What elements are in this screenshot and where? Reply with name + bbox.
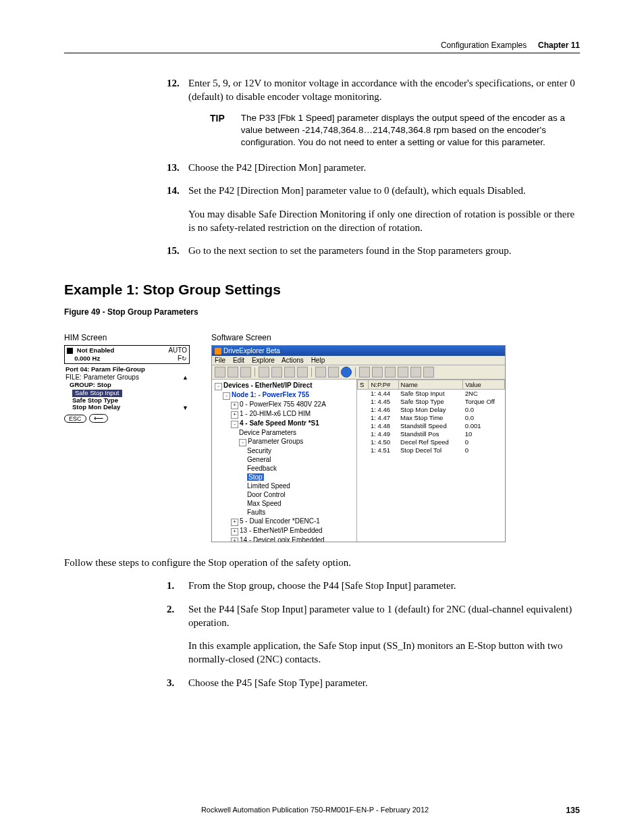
him-status-box: Not Enabled 0.000 Hz AUTO F [64,345,190,364]
tree-pg-max-speed[interactable]: Max Speed [247,499,355,508]
toolbar-icon[interactable] [227,367,238,377]
tree-dev-0[interactable]: 0 - PowerFlex 755 480V 22A [240,400,326,408]
screens-row: HIM Screen Not Enabled 0.000 Hz AUTO F [64,333,580,542]
expand-icon[interactable]: + [231,519,238,526]
col-value[interactable]: Value [463,380,505,390]
toolbar-sep [254,367,255,377]
toolbar-icon[interactable] [328,367,339,377]
toolbar-icon[interactable] [410,367,421,377]
follow-text: Follow these steps to configure the Stop… [64,557,580,569]
toolbar-icon[interactable] [423,367,434,377]
tree-pg-limited-speed[interactable]: Limited Speed [247,481,355,490]
him-lines: Port 04: Param File-Group FILE: Paramete… [64,366,190,412]
col-s[interactable]: S [358,380,369,390]
toolbar-icon[interactable] [240,367,251,377]
toolbar-icon[interactable] [284,367,295,377]
toolbar-icon[interactable] [315,367,326,377]
menu-file[interactable]: File [215,357,225,364]
tree-root[interactable]: Devices - EtherNet/IP Direct [223,382,313,389]
step-number: 2. [167,602,174,616]
menu-help[interactable]: Help [311,357,325,364]
toolbar-sep [311,367,312,377]
device-tree[interactable]: -Devices - EtherNet/IP Direct -Node 1: -… [212,380,357,542]
col-np[interactable]: N:P.P# [369,380,398,390]
toolbar-icon[interactable] [297,367,308,377]
toolbar-icon[interactable] [398,367,408,377]
tree-pg-general[interactable]: General [247,455,355,464]
menu-actions[interactable]: Actions [281,357,304,364]
step-2: 2. Set the P44 [Safe Stop Input] paramet… [167,602,580,667]
collapse-icon[interactable]: - [223,392,230,400]
step-text: Choose the P42 [Direction Mon] parameter… [188,162,366,173]
tree-dev-13[interactable]: 13 - EtherNet/IP Embedded [240,527,323,534]
page-header: Configuration Examples Chapter 11 [64,41,580,53]
tree-node-1[interactable]: Node 1: - PowerFlex 755 [232,391,309,398]
tree-pg-stop-selected[interactable]: Stop [247,473,264,481]
info-icon[interactable] [341,367,352,377]
menu-explore[interactable]: Explore [252,357,275,364]
window-titlebar: DriveExplorer Beta [212,346,505,356]
table-row[interactable]: 1: 4.49Standstill Pos10 [358,430,505,438]
expand-icon[interactable]: + [231,402,238,409]
toolbar-icon[interactable] [259,367,269,377]
collapse-icon[interactable]: - [231,421,238,428]
table-row[interactable]: 1: 4.44Safe Stop Input2NC [358,390,505,398]
footer-page-number: 135 [566,806,580,815]
table-row[interactable]: 1: 4.47Max Stop Time0.0 [358,414,505,422]
tree-dev-5[interactable]: 5 - Dual Encoder *DENC-1 [240,517,320,525]
tree-pg-faults[interactable]: Faults [247,508,355,517]
him-file: FILE: Parameter Groups [65,373,139,382]
parameter-grid[interactable]: S N:P.P# Name Value 1: 4.44Safe Stop Inp… [357,380,505,542]
step-14: 14. Set the P42 [Direction Mon] paramete… [167,184,580,234]
tip-block: TIP The P33 [Fbk 1 Speed] parameter disp… [210,112,580,149]
step-number: 14. [167,184,180,197]
steps-upper: 12. Enter 5, 9, or 12V to monitor voltag… [167,76,580,257]
him-esc-row: ESC ⟵ [64,414,190,423]
him-item[interactable]: Stop Mon Delay [72,404,120,412]
tree-dev-4[interactable]: 4 - Safe Speed Montr *S1 [240,419,319,427]
toolbar-icon[interactable] [385,367,396,377]
step-number: 13. [167,161,180,174]
software-label: Software Screen [211,333,506,342]
up-arrow-icon [182,373,188,382]
table-row[interactable]: 1: 4.48Standstill Speed0.001 [358,422,505,430]
tip-body: The P33 [Fbk 1 Speed] parameter displays… [241,112,580,149]
content-column: 12. Enter 5, 9, or 12V to monitor voltag… [167,76,580,689]
tree-pg-security[interactable]: Security [247,446,355,455]
back-arrow-button[interactable]: ⟵ [89,414,108,423]
toolbar-icon[interactable] [271,367,282,377]
menu-bar: File Edit Explore Actions Help [212,356,505,365]
step-number: 1. [167,579,174,592]
tree-device-params[interactable]: Device Parameters [239,428,355,437]
expand-icon[interactable]: + [231,538,238,542]
expand-icon[interactable]: + [231,528,238,536]
him-auto: AUTO [168,346,187,354]
section-heading: Example 1: Stop Group Settings [64,282,580,298]
collapse-icon[interactable]: - [215,383,222,390]
collapse-icon[interactable]: - [239,439,246,446]
table-row[interactable]: 1: 4.51Stop Decel Tol0 [358,446,505,454]
steps-lower: 1. From the Stop group, choose the P44 [… [167,579,580,689]
app-icon [215,348,221,355]
tree-dev-14[interactable]: 14 - DeviceLogix Embedded [240,536,325,542]
him-screen: HIM Screen Not Enabled 0.000 Hz AUTO F [64,333,190,423]
menu-edit[interactable]: Edit [233,357,244,364]
tree-pg-feedback[interactable]: Feedback [247,464,355,473]
table-row[interactable]: 1: 4.46Stop Mon Delay0.0 [358,406,505,414]
toolbar-icon[interactable] [215,367,225,377]
expand-icon[interactable]: + [231,411,238,419]
tree-param-groups[interactable]: Parameter Groups [248,438,303,445]
toolbar-icon[interactable] [372,367,383,377]
table-row[interactable]: 1: 4.45Safe Stop TypeTorque Off [358,398,505,406]
step-text: Choose the P45 [Safe Stop Type] paramete… [188,677,368,688]
col-name[interactable]: Name [398,380,463,390]
page: Configuration Examples Chapter 11 12. En… [0,0,644,834]
esc-button[interactable]: ESC [64,415,86,423]
step-number: 12. [167,76,180,90]
him-item-selected[interactable]: Safe Stop Input [72,390,122,397]
toolbar-icon[interactable] [359,367,370,377]
tree-dev-1[interactable]: 1 - 20-HIM-x6 LCD HIM [240,410,311,417]
tree-pg-door-control[interactable]: Door Control [247,490,355,499]
tip-label: TIP [210,112,241,149]
table-row[interactable]: 1: 4.50Decel Ref Speed0 [358,438,505,446]
